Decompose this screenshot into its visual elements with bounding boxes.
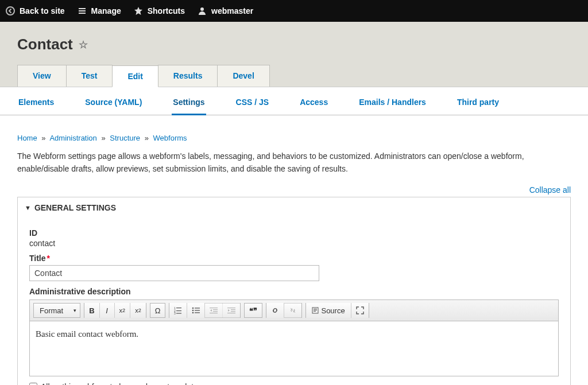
link-button[interactable] — [266, 303, 284, 318]
source-group: Source — [305, 303, 369, 318]
bullet-list-button[interactable] — [187, 303, 205, 318]
page-title-row: Contact ☆ — [17, 36, 571, 53]
template-checkbox[interactable] — [29, 383, 37, 385]
manage-link[interactable]: Manage — [78, 6, 121, 15]
template-checkbox-label: Allow this webform to be used as a templ… — [41, 382, 200, 385]
svg-rect-24 — [314, 310, 317, 310]
italic-button[interactable]: I — [100, 303, 115, 318]
template-checkbox-row[interactable]: Allow this webform to be used as a templ… — [29, 382, 559, 385]
collapse-triangle-icon: ▼ — [25, 204, 31, 211]
maximize-button[interactable] — [351, 303, 369, 318]
id-label: ID — [29, 228, 559, 238]
crumb-home[interactable]: Home — [17, 134, 37, 142]
help-text: The Webform settings page allows a webfo… — [17, 150, 571, 175]
svg-rect-23 — [314, 309, 317, 309]
format-dropdown[interactable]: Format ▾ — [33, 303, 80, 318]
page-title: Contact — [17, 36, 73, 53]
title-label: Title* — [29, 254, 559, 263]
general-settings-panel: ▼ General Settings ID contact Title* Adm… — [17, 197, 571, 385]
svg-text:3: 3 — [174, 312, 176, 314]
svg-rect-15 — [213, 309, 218, 310]
collapse-all-row: Collapse all — [17, 185, 571, 195]
back-to-site-link[interactable]: Back to site — [6, 6, 65, 15]
svg-rect-17 — [210, 313, 218, 313]
svg-rect-18 — [227, 308, 235, 308]
id-field: ID contact — [29, 228, 559, 248]
subtab-source[interactable]: Source (YAML) — [84, 87, 143, 115]
superscript-button[interactable]: x2 — [130, 303, 146, 318]
subscript-button[interactable]: x2 — [115, 303, 131, 318]
svg-rect-25 — [314, 311, 316, 312]
svg-rect-14 — [210, 308, 218, 308]
shortcuts-link[interactable]: Shortcuts — [134, 6, 185, 15]
back-to-site-label: Back to site — [20, 6, 65, 15]
outdent-button[interactable] — [205, 303, 223, 318]
crumb-webforms[interactable]: Webforms — [153, 134, 187, 142]
svg-rect-7 — [176, 313, 181, 314]
svg-rect-11 — [195, 310, 200, 311]
rich-text-editor: Format ▾ B I x2 x2 Ω 123 — [29, 300, 559, 376]
hamburger-icon — [78, 6, 87, 15]
shortcuts-label: Shortcuts — [148, 6, 185, 15]
admin-desc-field: Administrative description Format ▾ B I … — [29, 287, 559, 376]
format-dropdown-label: Format — [40, 306, 63, 315]
unlink-button[interactable] — [284, 303, 301, 318]
blockquote-button[interactable]: ❝❞ — [244, 303, 262, 318]
manage-label: Manage — [91, 6, 121, 15]
back-circle-icon — [6, 6, 15, 15]
general-settings-header[interactable]: ▼ General Settings — [18, 197, 570, 218]
tab-results[interactable]: Results — [158, 65, 218, 87]
svg-rect-21 — [227, 313, 235, 313]
tab-test[interactable]: Test — [66, 65, 113, 87]
tab-devel[interactable]: Devel — [217, 65, 269, 87]
editor-toolbar: Format ▾ B I x2 x2 Ω 123 — [30, 300, 558, 321]
breadcrumb: Home » Administration » Structure » Webf… — [17, 134, 571, 142]
title-field: Title* — [29, 254, 559, 281]
indent-button[interactable] — [223, 303, 240, 318]
shortcut-star-icon[interactable]: ☆ — [79, 38, 88, 51]
svg-rect-19 — [231, 309, 235, 310]
tab-edit[interactable]: Edit — [112, 65, 158, 87]
subtab-third[interactable]: Third party — [456, 87, 500, 115]
title-label-text: Title — [29, 254, 46, 263]
admin-toolbar: Back to site Manage Shortcuts webmaster — [0, 0, 588, 22]
svg-point-12 — [192, 312, 194, 314]
svg-rect-20 — [231, 311, 235, 312]
subtab-access[interactable]: Access — [299, 87, 329, 115]
user-icon — [198, 6, 207, 15]
tab-view[interactable]: View — [17, 65, 67, 87]
numbered-list-button[interactable]: 123 — [169, 303, 187, 318]
svg-rect-16 — [213, 311, 218, 312]
secondary-tabs: Elements Source (YAML) Settings CSS / JS… — [0, 87, 588, 115]
list-indent-group: 123 — [169, 303, 241, 318]
subtab-settings[interactable]: Settings — [172, 87, 206, 115]
crumb-structure[interactable]: Structure — [110, 134, 140, 142]
subtab-cssjs[interactable]: CSS / JS — [235, 87, 270, 115]
svg-rect-13 — [195, 313, 200, 313]
svg-point-0 — [6, 7, 14, 15]
page-header: Contact ☆ View Test Edit Results Devel — [0, 22, 588, 87]
source-button[interactable]: Source — [306, 303, 351, 318]
crumb-admin[interactable]: Administration — [49, 134, 96, 142]
primary-tabs: View Test Edit Results Devel — [17, 65, 571, 87]
crumb-sep: » — [41, 134, 45, 142]
general-settings-body: ID contact Title* Administrative descrip… — [18, 218, 570, 385]
subtab-emails[interactable]: Emails / Handlers — [358, 87, 427, 115]
svg-point-8 — [192, 308, 194, 309]
general-settings-title: General Settings — [34, 203, 116, 212]
special-char-button[interactable]: Ω — [150, 303, 166, 318]
svg-rect-9 — [195, 308, 200, 309]
user-link[interactable]: webmaster — [198, 6, 253, 15]
text-style-group: B I x2 x2 — [84, 303, 146, 318]
subtab-elements[interactable]: Elements — [17, 87, 55, 115]
admin-desc-label: Administrative description — [29, 287, 559, 296]
svg-point-10 — [192, 310, 194, 312]
source-button-label: Source — [321, 306, 345, 315]
bold-button[interactable]: B — [84, 303, 99, 318]
svg-point-1 — [200, 7, 204, 11]
editor-body[interactable]: Basic email contact webform. — [30, 321, 558, 376]
collapse-all-link[interactable]: Collapse all — [529, 185, 571, 195]
link-group — [266, 303, 302, 318]
caret-down-icon: ▾ — [74, 308, 76, 313]
title-input[interactable] — [29, 265, 319, 281]
